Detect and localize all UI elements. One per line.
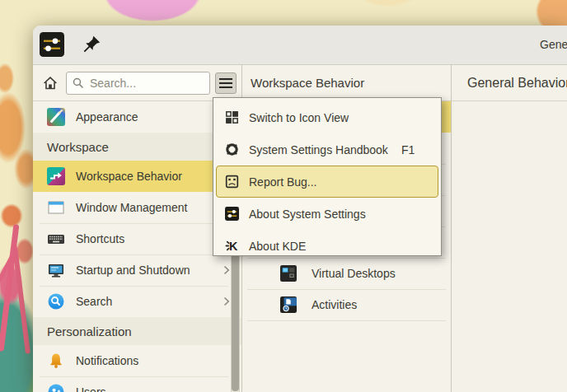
sidebar-item-label: Startup and Shutdown <box>76 264 190 277</box>
about-kde-icon: K <box>224 239 239 254</box>
sidebar-item-label: Appearance <box>76 110 138 124</box>
menu-item-about-system-settings[interactable]: About System Settings <box>216 198 438 230</box>
hamburger-menu-icon <box>218 77 233 89</box>
window-management-icon <box>47 198 65 217</box>
notifications-icon <box>47 352 65 370</box>
menu-item-about-kde[interactable]: K About KDE <box>216 230 438 262</box>
sidebar-item-notifications[interactable]: Notifications <box>33 345 241 376</box>
hamburger-menu-button[interactable] <box>215 72 237 94</box>
sidebar-nav: Appearance Workspace <box>33 101 241 392</box>
sidebar: Appearance Workspace <box>33 65 242 392</box>
appearance-icon <box>47 108 65 126</box>
desktop: General Behavior — System Settings <box>0 0 567 392</box>
app-menu: Switch to Icon View System Settings Ha <box>213 97 442 256</box>
menu-item-report-bug[interactable]: Report Bug... <box>216 166 438 198</box>
middle-item-activities[interactable]: Activities <box>242 289 451 320</box>
shortcuts-icon <box>47 230 65 248</box>
sidebar-item-users[interactable]: Users <box>33 376 241 392</box>
users-icon <box>47 383 65 392</box>
category-list-header: Workspace Behavior <box>242 65 451 101</box>
sidebar-item-label: Shortcuts <box>76 232 124 245</box>
home-icon <box>41 74 59 92</box>
chevron-right-icon <box>223 265 230 275</box>
icon-view-icon <box>224 110 239 125</box>
sidebar-item-label: Users <box>76 385 106 392</box>
search-category-icon <box>47 292 65 310</box>
menu-item-handbook[interactable]: System Settings Handbook F1 <box>216 133 438 166</box>
activities-icon <box>280 296 297 313</box>
content-pane: General Behavior <box>452 65 567 392</box>
middle-item-virtual-desktops[interactable]: Virtual Desktops <box>242 258 451 289</box>
sidebar-item-search[interactable]: Search <box>33 286 241 317</box>
workspace-behavior-icon <box>47 167 65 185</box>
sidebar-section-personalization: Personalization <box>33 317 241 345</box>
sidebar-item-label: Notifications <box>76 354 138 367</box>
sidebar-item-startup-and-shutdown[interactable]: Startup and Shutdown <box>33 254 241 286</box>
sidebar-item-window-management[interactable]: Window Management <box>33 192 241 223</box>
about-system-settings-icon <box>224 207 239 222</box>
virtual-desktops-icon <box>280 265 297 282</box>
content-header: General Behavior <box>452 65 567 101</box>
wallpaper-tree-trunk <box>0 224 19 352</box>
sidebar-toolbar <box>33 65 241 101</box>
report-bug-icon <box>224 175 239 189</box>
middle-list-end <box>242 320 451 352</box>
sidebar-item-label: Window Management <box>76 201 187 214</box>
startup-shutdown-icon <box>47 261 65 279</box>
sidebar-item-shortcuts[interactable]: Shortcuts <box>33 223 241 254</box>
menu-shortcut: F1 <box>401 143 415 156</box>
search-input[interactable] <box>66 72 210 95</box>
sidebar-item-label: Workspace Behavior <box>76 170 182 183</box>
titlebar[interactable]: General Behavior — System Settings <box>33 26 567 65</box>
handbook-icon <box>224 142 239 157</box>
sidebar-item-workspace-behavior[interactable]: Workspace Behavior <box>33 161 241 192</box>
sidebar-item-appearance[interactable]: Appearance <box>33 101 241 133</box>
svg-text:K: K <box>228 240 237 253</box>
home-button[interactable] <box>40 72 61 94</box>
window-title: General Behavior — System Settings <box>540 26 567 64</box>
pin-icon[interactable] <box>81 34 102 55</box>
sidebar-item-label: Search <box>76 295 112 308</box>
wallpaper-tree-trunk <box>12 245 30 354</box>
system-settings-app-icon[interactable] <box>40 32 64 57</box>
chevron-right-icon <box>223 296 230 306</box>
system-settings-window: General Behavior — System Settings <box>33 26 567 392</box>
sidebar-section-workspace: Workspace <box>33 133 241 161</box>
menu-item-switch-to-icon-view[interactable]: Switch to Icon View <box>216 101 438 133</box>
